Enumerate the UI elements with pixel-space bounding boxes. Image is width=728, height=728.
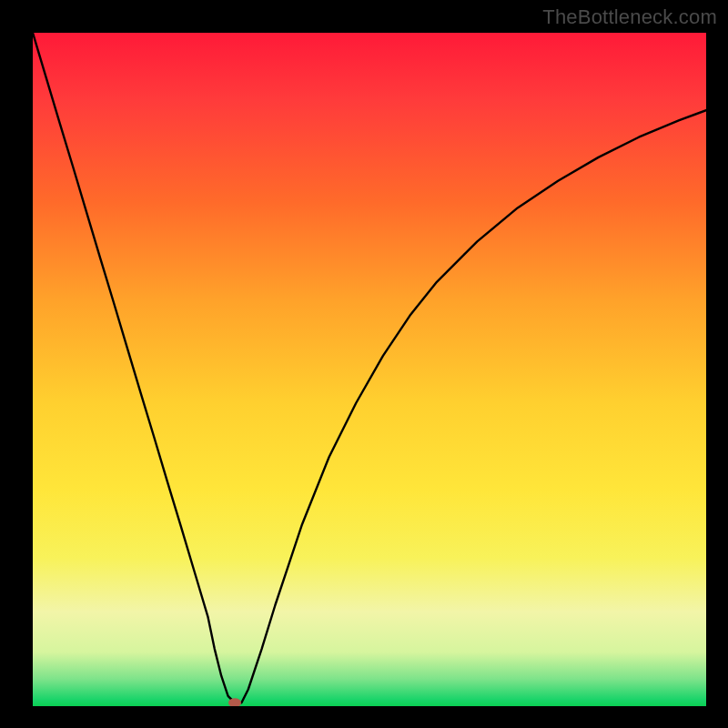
watermark-text: TheBottleneck.com <box>542 5 717 29</box>
chart-frame: TheBottleneck.com <box>0 0 728 728</box>
bottleneck-curve <box>33 33 706 706</box>
chart-plot-area <box>33 33 706 706</box>
curve-path <box>33 33 706 703</box>
